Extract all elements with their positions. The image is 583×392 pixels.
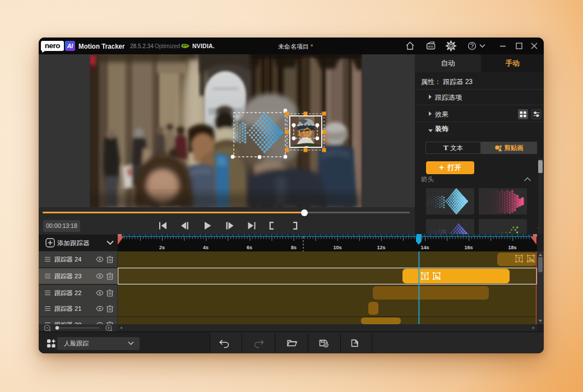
svg-text:10s: 10s: [333, 245, 341, 250]
svg-text:8s: 8s: [291, 245, 297, 250]
svg-text:跟踪器 23: 跟踪器 23: [54, 273, 81, 279]
svg-text:跟踪器 22: 跟踪器 22: [54, 290, 81, 296]
svg-text:14s: 14s: [420, 245, 429, 250]
svg-text:6s: 6s: [247, 245, 252, 250]
svg-text:T: T: [517, 256, 521, 262]
svg-text:12s: 12s: [377, 245, 385, 250]
svg-text:4s: 4s: [203, 245, 209, 250]
svg-text:16s: 16s: [464, 245, 473, 250]
svg-text:T: T: [423, 273, 427, 279]
svg-text:添加跟踪器: 添加跟踪器: [57, 240, 90, 246]
svg-text:跟踪器 24: 跟踪器 24: [54, 256, 81, 263]
svg-text:18s: 18s: [508, 245, 516, 250]
svg-text:1: 1: [297, 129, 301, 137]
svg-text:跟踪器 21: 跟踪器 21: [54, 305, 81, 312]
svg-text:2s: 2s: [159, 245, 165, 250]
